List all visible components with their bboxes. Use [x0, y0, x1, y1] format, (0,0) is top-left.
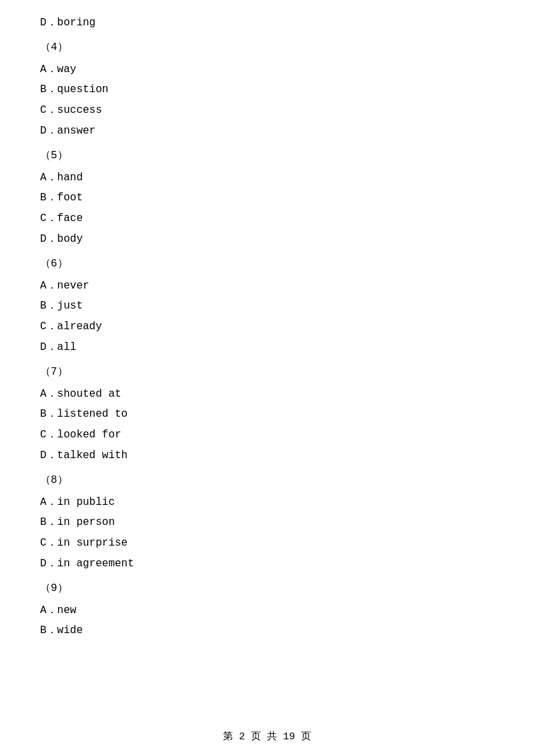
option-5a: A．hand	[40, 168, 494, 188]
option-8d: D．in agreement	[40, 554, 494, 574]
option-5d: D．body	[40, 230, 494, 249]
option-9b: B．wide	[40, 621, 494, 640]
option-6a: A．never	[40, 276, 494, 296]
option-5c: C．face	[40, 209, 494, 228]
question-6-label: （6）	[40, 254, 494, 274]
option-6c: C．already	[40, 317, 494, 337]
question-7-label: （7）	[40, 363, 494, 382]
option-7a: A．shouted at	[40, 385, 494, 404]
question-4-label: （4）	[40, 38, 494, 57]
option-6b: B．just	[40, 297, 494, 316]
option-7d: D．talked with	[40, 446, 494, 465]
option-4a: A．way	[40, 60, 494, 79]
question-8-label: （8）	[40, 471, 494, 490]
question-5-label: （5）	[40, 146, 494, 166]
option-4d: D．answer	[40, 122, 494, 141]
option-5b: B．foot	[40, 188, 494, 208]
option-7b: B．listened to	[40, 405, 494, 424]
option-8c: C．in surprise	[40, 534, 494, 553]
option-d-boring: D．boring	[40, 13, 494, 33]
question-9-label: （9）	[40, 579, 494, 598]
option-8b: B．in person	[40, 513, 494, 532]
option-7c: C．looked for	[40, 425, 494, 445]
option-8a: A．in public	[40, 493, 494, 512]
option-4c: C．success	[40, 101, 494, 120]
option-4b: B．question	[40, 80, 494, 100]
option-6d: D．all	[40, 338, 494, 357]
page-footer: 第 2 页 共 19 页	[0, 730, 534, 743]
option-9a: A．new	[40, 601, 494, 620]
